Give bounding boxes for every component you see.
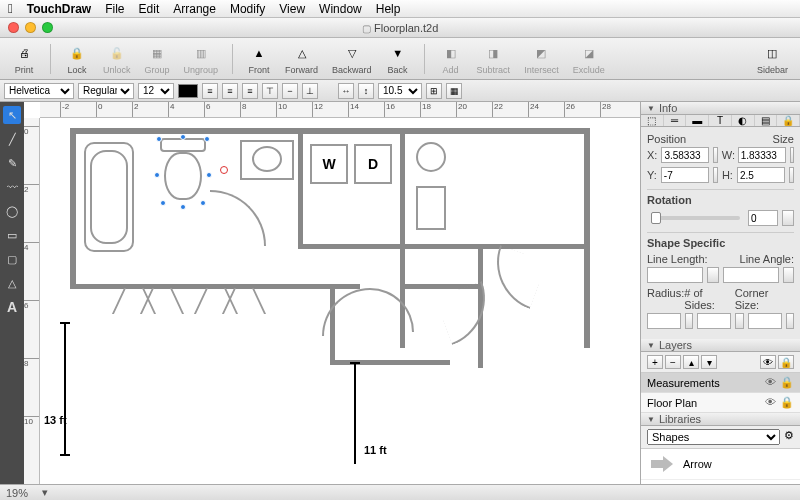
menu-edit[interactable]: Edit xyxy=(139,2,160,16)
front-button[interactable]: ▲Front xyxy=(241,40,277,77)
lock-icon[interactable]: 🔒 xyxy=(780,376,794,389)
valign-top-button[interactable]: ⊤ xyxy=(262,83,278,99)
library-item-star[interactable]: Star xyxy=(641,480,800,484)
furnace-shape[interactable] xyxy=(416,186,446,230)
align-left-button[interactable]: ≡ xyxy=(202,83,218,99)
rotation-slider[interactable] xyxy=(651,216,740,220)
rotation-field[interactable] xyxy=(748,210,778,226)
font-weight-select[interactable]: Regular xyxy=(78,83,134,99)
window-minimize-button[interactable] xyxy=(25,22,36,33)
layer-down-button[interactable]: ▾ xyxy=(701,355,717,369)
backward-button[interactable]: ▽Backward xyxy=(326,40,378,77)
radius-field[interactable] xyxy=(647,313,681,329)
line-tool[interactable]: ╱ xyxy=(3,130,21,148)
washer-shape[interactable]: W xyxy=(310,144,348,184)
ungroup-button[interactable]: ▥Ungroup xyxy=(178,40,225,77)
menu-window[interactable]: Window xyxy=(319,2,362,16)
info-tab-fill[interactable]: ▬ xyxy=(686,115,709,126)
layers-section-header[interactable]: ▼Layers xyxy=(641,339,800,352)
size-w-field[interactable] xyxy=(738,147,786,163)
grid-toggle[interactable]: ▦ xyxy=(446,83,462,99)
info-tab-lock[interactable]: 🔒 xyxy=(777,115,800,126)
rotation-stepper[interactable] xyxy=(782,210,794,226)
menu-file[interactable]: File xyxy=(105,2,124,16)
library-settings-button[interactable]: ⚙ xyxy=(784,429,794,445)
y-stepper[interactable] xyxy=(713,167,718,183)
path-tool[interactable]: 〰 xyxy=(3,178,21,196)
toilet-bowl-shape[interactable] xyxy=(164,152,202,200)
window-close-button[interactable] xyxy=(8,22,19,33)
horizontal-ruler[interactable]: -20246810121416182022242628 xyxy=(40,102,640,118)
window-zoom-button[interactable] xyxy=(42,22,53,33)
position-y-field[interactable] xyxy=(661,167,709,183)
group-button[interactable]: ▦Group xyxy=(139,40,176,77)
align-center-button[interactable]: ≡ xyxy=(222,83,238,99)
apple-icon[interactable]:  xyxy=(8,1,13,16)
dimension-line[interactable] xyxy=(354,364,356,464)
path-exclude-button[interactable]: ◪Exclude xyxy=(567,40,611,77)
path-add-button[interactable]: ◧Add xyxy=(433,40,469,77)
eye-icon[interactable]: 👁 xyxy=(765,376,776,389)
valign-bottom-button[interactable]: ⊥ xyxy=(302,83,318,99)
corner-field[interactable] xyxy=(748,313,782,329)
zoom-dropdown-icon[interactable]: ▾ xyxy=(42,486,48,499)
h-stepper[interactable] xyxy=(789,167,794,183)
print-button[interactable]: 🖨Print xyxy=(6,40,42,77)
roundrect-tool[interactable]: ▢ xyxy=(3,250,21,268)
rect-tool[interactable]: ▭ xyxy=(3,226,21,244)
door-arc[interactable] xyxy=(483,245,547,309)
distribute-h-button[interactable]: ↔ xyxy=(338,83,354,99)
lock-icon[interactable]: 🔒 xyxy=(780,396,794,409)
polygon-tool[interactable]: △ xyxy=(3,274,21,292)
library-select[interactable]: Shapes xyxy=(647,429,780,445)
line-angle-field[interactable] xyxy=(723,267,779,283)
position-x-field[interactable] xyxy=(661,147,709,163)
dryer-shape[interactable]: D xyxy=(354,144,392,184)
pen-tool[interactable]: ✎ xyxy=(3,154,21,172)
line-length-field[interactable] xyxy=(647,267,703,283)
info-tab-arrange[interactable]: ▤ xyxy=(755,115,778,126)
menu-help[interactable]: Help xyxy=(376,2,401,16)
valign-middle-button[interactable]: − xyxy=(282,83,298,99)
path-intersect-button[interactable]: ◩Intersect xyxy=(518,40,565,77)
w-stepper[interactable] xyxy=(790,147,794,163)
back-button[interactable]: ▼Back xyxy=(380,40,416,77)
unlock-button[interactable]: 🔓Unlock xyxy=(97,40,137,77)
ellipse-tool[interactable]: ◯ xyxy=(3,202,21,220)
toilet-tank-shape[interactable] xyxy=(160,138,206,152)
x-stepper[interactable] xyxy=(713,147,717,163)
door-arc[interactable] xyxy=(370,288,414,332)
app-menu[interactable]: TouchDraw xyxy=(27,2,91,16)
lock-button[interactable]: 🔒Lock xyxy=(59,40,95,77)
size-h-field[interactable] xyxy=(737,167,785,183)
drawing-canvas[interactable]: W D xyxy=(40,118,640,484)
snap-toggle[interactable]: ⊞ xyxy=(426,83,442,99)
layer-add-button[interactable]: + xyxy=(647,355,663,369)
distribute-v-button[interactable]: ↕ xyxy=(358,83,374,99)
vertical-ruler[interactable]: 0246810 xyxy=(24,118,40,484)
info-tab-shadow[interactable]: ◐ xyxy=(732,115,755,126)
layer-visible-all[interactable]: 👁 xyxy=(760,355,776,369)
menu-modify[interactable]: Modify xyxy=(230,2,265,16)
info-tab-text[interactable]: T xyxy=(709,115,732,126)
info-section-header[interactable]: ▼Info xyxy=(641,102,800,115)
sidebar-toggle-button[interactable]: ◫Sidebar xyxy=(751,40,794,77)
library-item-arrow[interactable]: Arrow xyxy=(641,449,800,480)
sides-field[interactable] xyxy=(697,313,731,329)
info-tab-geometry[interactable]: ⬚ xyxy=(641,115,664,126)
text-color-swatch[interactable] xyxy=(178,84,198,98)
layer-row-floorplan[interactable]: Floor Plan 👁🔒 xyxy=(641,393,800,413)
text-tool[interactable]: A xyxy=(3,298,21,316)
path-subtract-button[interactable]: ◨Subtract xyxy=(471,40,517,77)
zoom-level[interactable]: 19% xyxy=(6,487,42,499)
menu-view[interactable]: View xyxy=(279,2,305,16)
layer-lock-all[interactable]: 🔒 xyxy=(778,355,794,369)
water-heater-shape[interactable] xyxy=(416,142,446,172)
ruler-unit-select[interactable]: 10.5 xyxy=(378,83,422,99)
font-size-select[interactable]: 12 xyxy=(138,83,174,99)
door-arc[interactable] xyxy=(435,281,499,345)
forward-button[interactable]: △Forward xyxy=(279,40,324,77)
eye-icon[interactable]: 👁 xyxy=(765,396,776,409)
dimension-line[interactable] xyxy=(64,324,66,454)
font-family-select[interactable]: Helvetica xyxy=(4,83,74,99)
